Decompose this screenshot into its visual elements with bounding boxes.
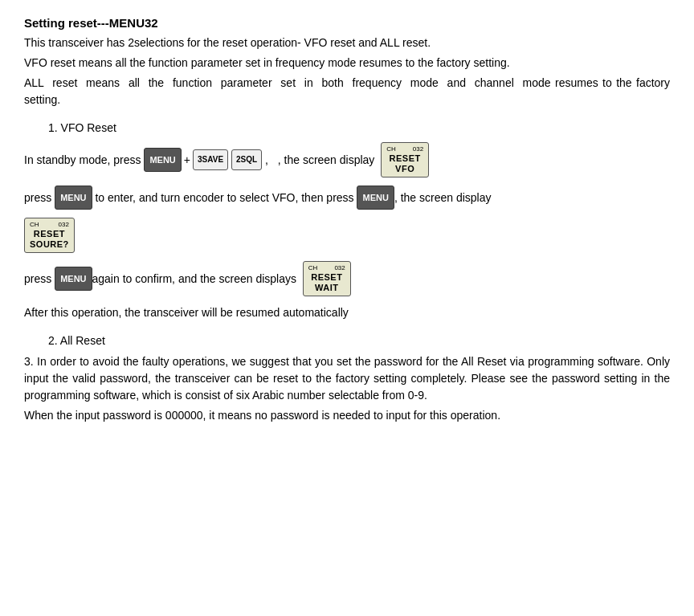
menu-button-3: MENU: [357, 186, 394, 210]
section-vfo-reset: 1. VFO Reset In standby mode, press MENU…: [24, 121, 670, 321]
lcd-soure-top-right: 032: [58, 221, 68, 229]
line-press-enter: press MENU to enter, and turn encoder to…: [24, 186, 670, 210]
lcd-wait-top-left: CH: [308, 264, 318, 272]
line2-before-text: press: [24, 186, 51, 209]
menu-button-1: MENU: [144, 148, 181, 172]
lcd-wait-main1: RESET: [308, 272, 345, 283]
line1-after-text: , the screen display: [278, 149, 375, 171]
plus-icon: +: [184, 149, 190, 171]
lcd-soure-top-left: CH: [30, 221, 39, 229]
menu-button-4: MENU: [55, 267, 92, 291]
lcd-wait-top-right: 032: [334, 264, 345, 272]
line-standby-press: In standby mode, press MENU + 3SAVE 2SQL…: [24, 142, 670, 177]
menu-button-2: MENU: [55, 186, 92, 210]
lcd-main1: RESET: [386, 153, 423, 164]
lcd-soure-main2: SOURE?: [30, 239, 69, 250]
lcd-soure-main1: RESET: [30, 229, 69, 239]
line3-before-text: press: [24, 267, 51, 290]
lcd-main2: VFO: [386, 164, 423, 174]
para2: VFO reset means all the function paramet…: [24, 55, 670, 71]
line2-after-text: to enter, and turn encoder to select VFO…: [95, 186, 353, 209]
comma1: ,: [265, 149, 275, 171]
line3-after-text: again to confirm, and the screen display…: [92, 267, 296, 290]
lcd-reset-wait: CH 032 RESET WAIT: [303, 261, 351, 296]
btn-3save: 3SAVE: [193, 149, 228, 170]
line5-text: When the input password is 000000, it me…: [24, 407, 670, 424]
lcd-top-right: 032: [413, 145, 423, 153]
lcd-reset-vfo: CH 032 RESET VFO: [381, 142, 429, 177]
lcd-reset-soure: CH 032 RESET SOURE?: [24, 218, 75, 253]
section3-text: 3. In order to avoid the faulty operatio…: [24, 353, 670, 404]
lcd-soure-container: CH 032 RESET SOURE?: [24, 218, 670, 253]
para1: This transceiver has 2selections for the…: [24, 35, 670, 51]
line2-end-text: , the screen display: [394, 186, 492, 209]
line-press-confirm: press MENU again to confirm, and the scr…: [24, 261, 670, 296]
section2-title: 2. All Reset: [48, 334, 670, 347]
lcd-top-left: CH: [386, 145, 396, 153]
line4-text: After this operation, the transceiver wi…: [24, 304, 670, 321]
line1-before-text: In standby mode, press: [24, 149, 141, 171]
page-title: Setting reset---MENU32: [24, 16, 670, 30]
btn-2sql: 2SQL: [231, 149, 262, 170]
section1-title: 1. VFO Reset: [48, 121, 670, 134]
section-all-reset: 2. All Reset 3. In order to avoid the fa…: [24, 334, 670, 424]
page-content: Setting reset---MENU32 This transceiver …: [24, 16, 670, 424]
para3: ALL reset means all the function paramet…: [24, 75, 670, 108]
lcd-wait-main2: WAIT: [308, 283, 345, 293]
